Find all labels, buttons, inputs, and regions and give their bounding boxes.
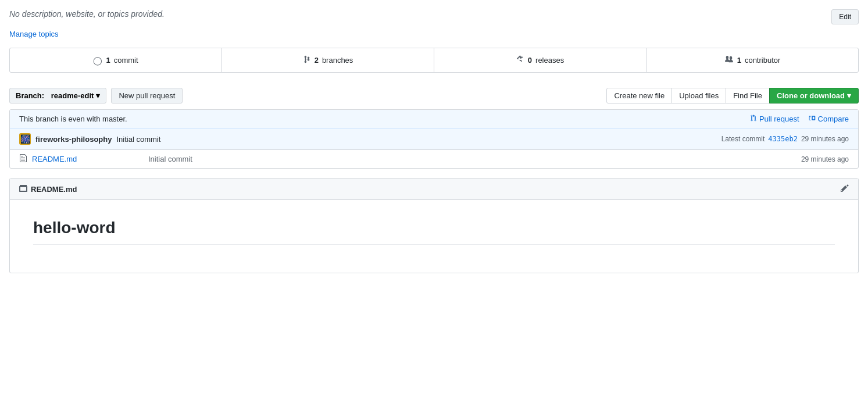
file-name-link[interactable]: README.md <box>32 155 148 163</box>
branch-label-prefix: Branch: <box>16 91 44 100</box>
commit-icon: ◯ <box>93 56 102 65</box>
contributors-label: contributor <box>745 56 780 65</box>
pull-request-label: Pull request <box>759 115 799 123</box>
latest-commit-label: Latest commit <box>721 135 765 143</box>
contributors-icon <box>724 55 734 65</box>
readme-grid-icon <box>19 184 27 195</box>
commit-time: 29 minutes ago <box>801 135 849 143</box>
commit-avatar: 🎆 <box>19 133 31 145</box>
branches-stat[interactable]: 2 branches <box>222 48 434 72</box>
edit-button[interactable]: Edit <box>831 9 859 24</box>
compare-icon <box>809 115 816 123</box>
file-commit-message: Initial commit <box>148 155 801 163</box>
compare-label: Compare <box>818 115 849 123</box>
upload-files-button[interactable]: Upload files <box>671 88 726 103</box>
branch-current-name: readme-edit <box>51 91 94 100</box>
readme-edit-button[interactable] <box>841 183 849 195</box>
releases-stat[interactable]: 0 releases <box>434 48 646 72</box>
readme-header: README.md <box>10 178 858 200</box>
branch-icon <box>303 55 311 65</box>
commit-meta: Latest commit 4335eb2 29 minutes ago <box>721 135 849 143</box>
commit-message: Initial commit <box>116 135 160 144</box>
file-icon <box>19 153 27 165</box>
commit-avatar-emoji: 🎆 <box>20 134 30 144</box>
readme-icon-title: README.md <box>19 184 77 195</box>
branch-dropdown-arrow: ▾ <box>96 91 100 100</box>
commits-stat[interactable]: ◯ 1 commit <box>10 48 222 72</box>
readme-section: README.md hello-word <box>9 178 859 273</box>
commit-info: 🎆 fireworks-philosophy Initial commit <box>19 133 160 145</box>
compare-link[interactable]: Compare <box>809 115 849 123</box>
table-row: README.md Initial commit 29 minutes ago <box>10 150 858 168</box>
releases-count: 0 <box>528 56 532 65</box>
action-bar: Branch: readme-edit ▾ New pull request C… <box>9 82 859 109</box>
stats-bar: ◯ 1 commit 2 branches 0 releases 1 contr… <box>9 48 859 73</box>
release-icon <box>516 55 524 65</box>
commits-count: 1 <box>106 56 110 65</box>
create-new-file-button[interactable]: Create new file <box>606 88 672 103</box>
commit-row: 🎆 fireworks-philosophy Initial commit La… <box>10 128 858 150</box>
branch-status: This branch is even with master. Pull re… <box>10 110 858 128</box>
action-bar-left: Branch: readme-edit ▾ New pull request <box>9 88 183 103</box>
commits-label: commit <box>114 56 138 65</box>
find-file-button[interactable]: Find File <box>726 88 770 103</box>
branches-label: branches <box>322 56 353 65</box>
repo-description: No description, website, or topics provi… <box>9 9 165 19</box>
action-bar-right: Create new file Upload files Find File C… <box>607 88 859 103</box>
branch-status-message: This branch is even with master. <box>19 115 127 123</box>
readme-content: hello-word <box>10 200 858 273</box>
branches-count: 2 <box>315 56 319 65</box>
readme-title: README.md <box>31 185 77 194</box>
branch-selector[interactable]: Branch: readme-edit ▾ <box>9 88 106 103</box>
commit-hash[interactable]: 4335eb2 <box>768 135 798 143</box>
clone-dropdown-arrow-icon: ▾ <box>847 91 851 100</box>
contributors-count: 1 <box>737 56 741 65</box>
commit-author[interactable]: fireworks-philosophy <box>35 135 112 144</box>
branch-status-actions: Pull request Compare <box>750 115 849 123</box>
pull-request-link[interactable]: Pull request <box>750 115 799 123</box>
clone-or-download-button[interactable]: Clone or download ▾ <box>769 88 859 103</box>
releases-label: releases <box>535 56 564 65</box>
manage-topics-link[interactable]: Manage topics <box>9 30 59 38</box>
clone-download-label: Clone or download <box>777 91 845 100</box>
contributors-stat[interactable]: 1 contributor <box>646 48 858 72</box>
file-time: 29 minutes ago <box>801 155 849 163</box>
pull-request-icon <box>750 115 757 123</box>
files-section: This branch is even with master. Pull re… <box>9 109 859 169</box>
readme-heading: hello-word <box>33 219 835 245</box>
new-pull-request-button[interactable]: New pull request <box>111 88 183 103</box>
